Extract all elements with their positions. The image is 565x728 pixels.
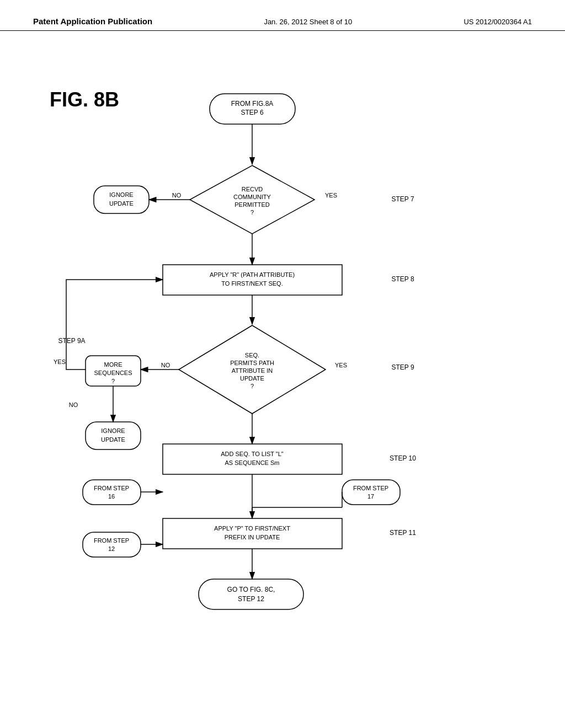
step7-step-label: STEP 7 <box>391 195 414 203</box>
step8-text2: TO FIRST/NEXT SEQ. <box>221 280 282 287</box>
step9-yes-label: YES <box>335 362 347 368</box>
from-step17 <box>342 480 400 505</box>
step7-label3: PERMITTED <box>234 201 270 208</box>
step9-no-label: NO <box>161 362 170 368</box>
moreseq-no-label: NO <box>69 402 78 408</box>
start-text: FROM FIG.8A <box>231 100 274 108</box>
ignore-update-1 <box>94 186 149 213</box>
more-seq-text2: SEQUENCES <box>94 370 132 376</box>
header-publication-type: Patent Application Publication <box>33 17 152 26</box>
header-patent-number: US 2012/0020364 A1 <box>463 18 532 26</box>
from17-text2: 17 <box>367 493 374 500</box>
more-seq-text3: ? <box>111 378 115 384</box>
step7-label2: COMMUNITY <box>233 194 271 200</box>
step10-step-label: STEP 10 <box>390 454 416 462</box>
step7-label1: RECVD <box>242 186 263 192</box>
step9-label5: ? <box>250 383 254 389</box>
flowchart-svg: FROM FIG.8A STEP 6 RECVD COMMUNITY PERMI… <box>0 77 565 717</box>
step11-step-label: STEP 11 <box>390 529 416 537</box>
more-seq-text1: MORE <box>104 361 122 368</box>
step8-text1: APPLY "R" (PATH ATTRIBUTE) <box>210 271 295 278</box>
from16-text2: 16 <box>108 493 115 500</box>
ignore-update-2 <box>86 422 141 449</box>
step9-label4: UPDATE <box>240 375 264 382</box>
from-step12 <box>83 532 141 557</box>
page-header: Patent Application Publication Jan. 26, … <box>0 0 565 31</box>
step7-yes-label: YES <box>325 192 337 199</box>
from17-text1: FROM STEP <box>353 485 388 491</box>
from12-text2: 12 <box>108 545 115 552</box>
flowchart: FROM FIG.8A STEP 6 RECVD COMMUNITY PERMI… <box>0 77 565 717</box>
from16-text1: FROM STEP <box>94 485 129 491</box>
end-node <box>199 579 303 609</box>
step7-label4: ? <box>250 209 254 216</box>
from-step16 <box>83 480 141 505</box>
ignore1-text1: IGNORE <box>109 191 133 198</box>
step8-step-label: STEP 8 <box>391 275 414 283</box>
from12-text1: FROM STEP <box>94 537 129 544</box>
step9-label2: PERMITS PATH <box>230 360 274 366</box>
ignore1-text2: UPDATE <box>109 200 134 207</box>
step9-label1: SEQ. <box>245 352 259 358</box>
end-text1: GO TO FIG. 8C, <box>227 586 275 593</box>
header-date-sheet: Jan. 26, 2012 Sheet 8 of 10 <box>264 18 352 26</box>
ignore2-text2: UPDATE <box>101 436 125 443</box>
ignore2-text1: IGNORE <box>101 427 125 434</box>
step9a-label: STEP 9A <box>58 337 85 345</box>
step9-step-label: STEP 9 <box>391 363 414 371</box>
step10-text2: AS SEQUENCE Sm <box>225 459 279 466</box>
step10-text1: ADD SEQ. TO LIST "L" <box>221 451 284 457</box>
step11-text1: APPLY "P" TO FIRST/NEXT <box>214 525 290 532</box>
step7-no-label: NO <box>172 192 182 199</box>
end-text2: STEP 12 <box>238 595 264 603</box>
start-text2: STEP 6 <box>241 109 263 116</box>
step9-label3: ATTRIBUTE IN <box>232 367 273 374</box>
moreseq-yes-label: YES <box>54 358 66 365</box>
step11-text2: PREFIX IN UPDATE <box>225 534 280 540</box>
